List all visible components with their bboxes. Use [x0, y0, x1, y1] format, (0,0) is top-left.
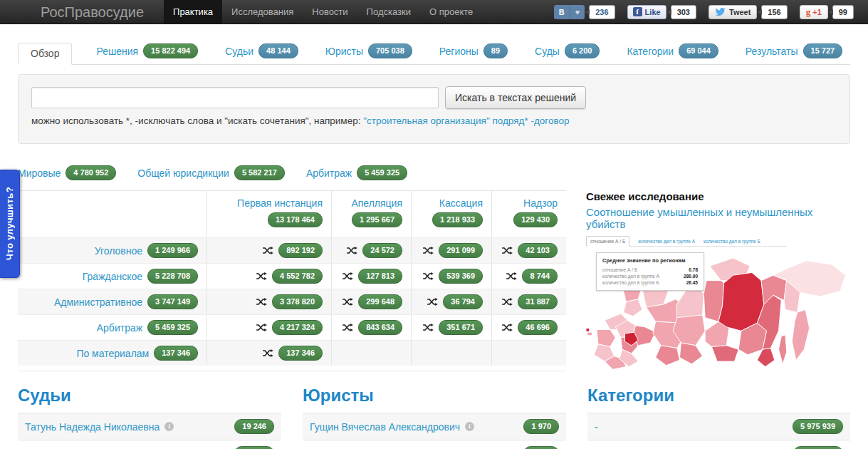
count-badge: 705 038 [368, 43, 412, 58]
search-panel: Искать в текстах решений можно использов… [18, 74, 850, 144]
row-label-po-materialam[interactable]: По материалам [76, 348, 149, 359]
list-item: Прочие исковые дела 1 211 115 [587, 440, 850, 449]
col-header-link[interactable]: Апелляция [340, 197, 402, 209]
lawyer-link[interactable]: Гущин Вячеслав Александровичi [310, 421, 474, 433]
research-link[interactable]: Соотношение умышленных и неумышленных уб… [586, 206, 850, 230]
shuffle-icon [501, 247, 513, 254]
list-item: Гущин Вячеслав Александровичi 1 970 [303, 413, 566, 440]
tab-obzor[interactable]: Обзор [18, 43, 72, 65]
table-row: Административное3 747 149 3 378 820 299 … [18, 289, 566, 314]
col-header-link[interactable]: Надзор [501, 197, 558, 209]
judge-link[interactable]: Татунь Надежда Николаевнаi [25, 421, 174, 433]
russia-choropleth-map[interactable]: Среднее значение по регионам отношение А… [586, 249, 850, 371]
shuffle-icon [346, 247, 357, 254]
list-item: Таранущенко Наталья Анатольевнаi 12 823 [18, 440, 281, 449]
row-label-arbitrazh[interactable]: Арбитраж [97, 322, 142, 334]
tab-yuristy[interactable]: Юристы705 038 [323, 39, 415, 63]
feedback-label: Что улучшить? [4, 187, 15, 260]
count-badge: 13 178 464 [268, 212, 323, 227]
filter-arbitrazh[interactable]: Арбитраж5 459 325 [306, 165, 407, 180]
map-tab-group-b[interactable]: количество дел в группе Б [704, 237, 760, 246]
google-plusone-button[interactable]: g +1 [800, 5, 828, 19]
count-badge[interactable]: 42 103 [518, 243, 558, 258]
shuffle-icon [256, 272, 267, 280]
vk-share-widget: В ♥ 236 [554, 5, 615, 19]
row-label-administrativnoe[interactable]: Административное [54, 296, 142, 308]
feedback-side-tab[interactable]: Что улучшить? [0, 170, 20, 278]
tab-kategorii[interactable]: Категории69 044 [624, 39, 721, 63]
count-badge[interactable]: 127 813 [358, 269, 402, 284]
shuffle-icon [427, 298, 438, 306]
judges-title: Судьи [18, 386, 281, 406]
tweet-count: 156 [761, 5, 787, 19]
count-badge[interactable]: 539 369 [439, 269, 483, 284]
count-badge: 19 246 [234, 419, 274, 434]
category-link[interactable]: - [595, 421, 598, 433]
count-badge[interactable]: 46 696 [518, 320, 558, 335]
info-icon[interactable]: i [164, 422, 174, 431]
site-logo[interactable]: РосПравосудие [0, 0, 144, 24]
count-badge: 69 044 [679, 43, 718, 58]
col-header-link[interactable]: Кассация [420, 197, 483, 209]
facebook-like-count: 303 [671, 5, 696, 19]
count-badge[interactable]: 892 192 [278, 243, 323, 258]
count-badge: 1 211 115 [793, 446, 843, 449]
search-button[interactable]: Искать в текстах решений [445, 86, 586, 109]
count-badge[interactable]: 8 744 [522, 269, 558, 284]
map-tab-ratio[interactable]: отношение А / Б [586, 236, 629, 247]
nav-item-podskazki[interactable]: Подсказки [357, 0, 420, 24]
row-label-grazhdanskoe[interactable]: Гражданское [83, 271, 142, 282]
nav-item-o-proekte[interactable]: О проекте [420, 0, 482, 24]
shuffle-icon [262, 349, 273, 357]
shuffle-icon [342, 324, 353, 331]
count-badge[interactable]: 4 217 324 [272, 320, 323, 335]
info-icon[interactable]: i [465, 422, 474, 431]
nav-item-novosti[interactable]: Новости [303, 0, 357, 24]
search-input[interactable] [31, 87, 439, 108]
shuffle-icon [256, 324, 267, 331]
tab-resheniya[interactable]: Решения15 822 494 [93, 39, 201, 63]
col-header-link[interactable]: Первая инстанция [216, 197, 323, 209]
search-hint: можно использовать *, -исключать слова и… [31, 115, 837, 126]
count-badge[interactable]: 351 671 [439, 320, 483, 335]
tooltip-title: Среднее значение по регионам [602, 257, 698, 264]
filter-obshchej-yurisdikcii[interactable]: Общей юрисдикции5 582 217 [137, 165, 285, 180]
count-badge[interactable]: 299 648 [358, 294, 402, 309]
vk-share-button[interactable]: В ♥ [554, 5, 585, 19]
vk-logo: В [554, 5, 570, 19]
list-item: Конков О. И.i 1 860 [303, 440, 566, 449]
shuffle-icon [422, 247, 434, 254]
count-badge[interactable]: 843 634 [358, 320, 402, 335]
categories-title: Категории [587, 386, 850, 406]
col-header-pervaya-instanciya: Первая инстанция 13 178 464 [206, 191, 331, 237]
count-badge[interactable]: 291 099 [439, 243, 483, 258]
topbar: РосПравосудие Практика Исследования Ново… [0, 0, 868, 24]
tab-sudi[interactable]: Судьи48 144 [222, 39, 301, 63]
facebook-like-widget: f Like 303 [627, 5, 696, 19]
count-badge[interactable]: 31 887 [518, 294, 558, 309]
facebook-icon: f [633, 7, 642, 16]
tab-sudy[interactable]: Суды6 200 [532, 39, 602, 63]
count-badge[interactable]: 24 572 [362, 243, 402, 258]
nav-item-issledovaniya[interactable]: Исследования [222, 0, 303, 24]
shuffle-icon [262, 247, 273, 254]
count-badge[interactable]: 36 794 [443, 294, 483, 309]
count-badge[interactable]: 4 552 782 [272, 269, 323, 284]
google-icon: g [806, 6, 811, 18]
tab-rezultaty[interactable]: Результаты15 727 [743, 39, 845, 63]
count-badge: 1 970 [523, 419, 559, 434]
count-badge: 15 727 [803, 43, 843, 58]
search-example-link[interactable]: "строительная организация" подряд* -дого… [363, 115, 569, 126]
tweet-button[interactable]: Tweet [708, 5, 757, 19]
count-badge: 15 822 494 [143, 43, 198, 58]
filter-mirovye[interactable]: Мировые4 780 952 [18, 165, 116, 180]
count-badge[interactable]: 3 378 820 [272, 294, 323, 309]
count-badge[interactable]: 137 346 [278, 346, 323, 361]
tab-regiony[interactable]: Регионы89 [436, 39, 511, 63]
facebook-like-button[interactable]: f Like [627, 5, 666, 19]
map-tab-group-a[interactable]: количество дел в группе А [638, 237, 695, 246]
row-label-ugolovnoe[interactable]: Уголовное [95, 245, 142, 257]
nav-item-praktika[interactable]: Практика [164, 0, 222, 24]
count-badge: 5 975 939 [793, 419, 843, 434]
count-badge: 12 823 [234, 446, 274, 449]
